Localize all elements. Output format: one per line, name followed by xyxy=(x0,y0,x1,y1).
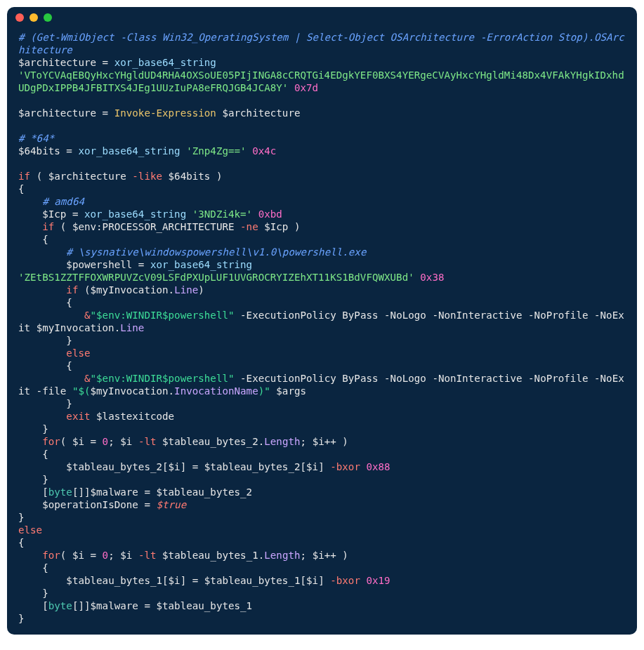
window-titlebar xyxy=(7,7,637,28)
code-content: # (Get-WmiObject -Class Win32_OperatingS… xyxy=(7,28,637,625)
terminal-window: # (Get-WmiObject -Class Win32_OperatingS… xyxy=(7,7,637,635)
close-icon[interactable] xyxy=(15,13,24,22)
maximize-icon[interactable] xyxy=(44,13,52,22)
minimize-icon[interactable] xyxy=(29,13,38,22)
